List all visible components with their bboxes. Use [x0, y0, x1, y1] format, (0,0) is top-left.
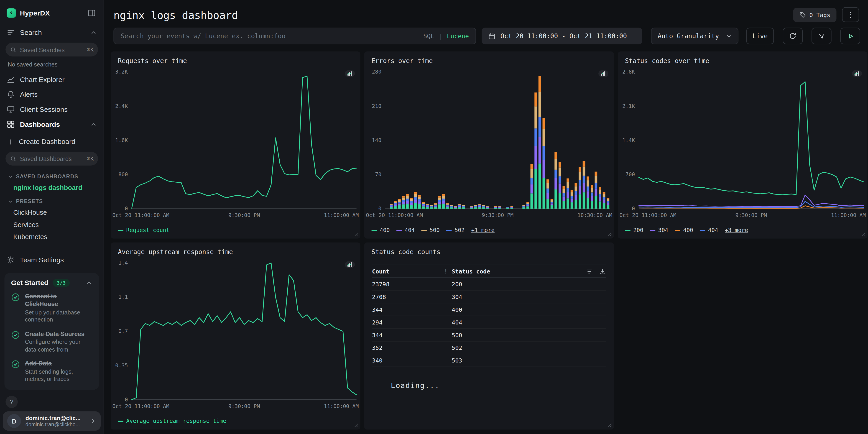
legend-more-link[interactable]: +3 more [725, 227, 748, 233]
kebab-menu-icon: ⋮ [847, 10, 854, 19]
get-started-step-sources[interactable]: Create Data Sources Configure where your… [11, 330, 92, 353]
chart-type-toggle[interactable] [345, 70, 355, 77]
hyperdx-logo[interactable]: HyperDX [7, 8, 50, 18]
chart-type-toggle[interactable] [598, 70, 609, 77]
check-circle-icon [11, 360, 20, 383]
sidebar-item-kubernetes[interactable]: Kubernetes [0, 231, 103, 243]
cell-count: 340 [372, 357, 452, 364]
sidebar-item-label: Dashboards [20, 120, 60, 128]
svg-text:10:30:00 AM: 10:30:00 AM [578, 212, 612, 218]
chart-type-toggle[interactable] [345, 261, 355, 268]
help-button[interactable]: ? [5, 396, 18, 408]
get-started-header[interactable]: Get Started 3/3 [11, 279, 92, 287]
svg-text:Oct 20 11:00:00 AM: Oct 20 11:00:00 AM [619, 212, 676, 218]
legend-more-link[interactable]: +1 more [471, 227, 494, 233]
resize-handle-icon[interactable] [353, 232, 359, 237]
table-row[interactable]: 340503 [372, 354, 606, 367]
sidebar-item-team-settings[interactable]: Team Settings [0, 252, 103, 268]
sidebar-item-client-sessions[interactable]: Client Sessions [0, 102, 103, 117]
resize-handle-icon[interactable] [353, 423, 359, 428]
chevron-up-icon[interactable] [90, 121, 97, 127]
resize-handle-icon[interactable] [861, 232, 866, 237]
more-menu-button[interactable]: ⋮ [842, 7, 859, 22]
resize-handle-icon[interactable] [607, 423, 612, 428]
step-desc: Configure where your data comes from [25, 338, 91, 353]
refresh-button[interactable] [783, 28, 803, 44]
user-menu[interactable]: D dominic.tran@clic... dominic.tran@clic… [3, 411, 101, 431]
table-row[interactable]: 344500 [372, 329, 606, 342]
date-range-input[interactable]: Oct 20 11:00:00 - Oct 21 11:00:00 [482, 28, 642, 44]
download-icon[interactable] [599, 268, 606, 275]
column-header-count[interactable]: Count [372, 268, 444, 275]
table-row[interactable]: 23798200 [372, 278, 606, 290]
saved-dashboards-section-toggle[interactable]: SAVED DASHBOARDS [0, 169, 103, 182]
bar-chart-icon[interactable] [852, 70, 862, 77]
create-dashboard-button[interactable]: Create Dashboard [0, 134, 103, 149]
table-body: 2379820027083043444002944043445003525023… [372, 278, 606, 367]
sidebar-item-nginx-logs-dashboard[interactable]: nginx logs dashboard [0, 182, 103, 193]
cell-status-code: 200 [452, 281, 462, 287]
resize-handle-icon[interactable] [607, 232, 612, 237]
bar-chart-icon[interactable] [598, 70, 609, 77]
chevron-up-icon[interactable] [90, 29, 97, 36]
chevron-up-icon[interactable] [86, 280, 92, 286]
sidebar-item-services[interactable]: Services [0, 219, 103, 231]
legend-swatch [118, 420, 123, 422]
legend-item: 404 [396, 227, 415, 233]
svg-text:0.35: 0.35 [115, 363, 128, 368]
sidebar-item-clickhouse[interactable]: ClickHouse [0, 207, 103, 219]
cell-count: 2708 [372, 293, 452, 300]
get-started-step-add-data[interactable]: Add Data Start sending logs, metrics, or… [11, 360, 92, 383]
presets-section-toggle[interactable]: PRESETS [0, 194, 103, 207]
svg-text:11:00:00 AM: 11:00:00 AM [324, 403, 359, 409]
svg-text:70: 70 [375, 172, 381, 177]
sidebar-item-chart-explorer[interactable]: Chart Explorer [0, 72, 103, 87]
hyperdx-app: HyperDX Search Saved Searches ⌘K No save… [0, 0, 868, 434]
table-row[interactable]: 2708304 [372, 290, 606, 303]
table-row[interactable]: 344400 [372, 303, 606, 316]
legend-swatch [118, 229, 123, 231]
bar-chart-icon[interactable] [345, 261, 355, 268]
bar-chart-icon[interactable] [345, 70, 355, 77]
sql-mode-button[interactable]: SQL [423, 32, 434, 40]
svg-text:0.7: 0.7 [118, 328, 128, 334]
get-started-step-connect[interactable]: Connect to ClickHouse Set up your databa… [11, 292, 92, 324]
legend-item: 502 [446, 227, 465, 233]
lucene-mode-button[interactable]: Lucene [447, 32, 469, 40]
cell-count: 294 [372, 319, 452, 326]
saved-searches-input[interactable]: Saved Searches ⌘K [5, 42, 98, 57]
column-header-status-code[interactable]: Status code [452, 268, 586, 275]
panel-avg-upstream-response-time: Average upstream response time 00.350.71… [111, 243, 360, 430]
panel-status-code-counts: Status code counts Count ⁞ Status code 2… [364, 243, 614, 430]
table-row[interactable]: 294404 [372, 316, 606, 329]
svg-text:800: 800 [118, 172, 128, 177]
user-email: dominic.tran@clickho... [26, 421, 86, 427]
table-row[interactable]: 352502 [372, 342, 606, 354]
collapse-sidebar-button[interactable] [86, 8, 97, 18]
run-query-button[interactable] [840, 28, 860, 44]
sidebar-section-search[interactable]: Search [0, 25, 103, 40]
get-started-card: Get Started 3/3 Connect to ClickHouse Se… [4, 273, 99, 390]
sidebar-item-alerts[interactable]: Alerts [0, 87, 103, 102]
panel-title: Status codes over time [618, 52, 867, 67]
event-search-input[interactable]: Search your events w/ Lucene ex. column:… [114, 28, 476, 44]
svg-text:1.4K: 1.4K [622, 137, 635, 143]
filter-rows-icon[interactable] [586, 268, 593, 275]
column-resize-handle[interactable]: ⁞ [444, 268, 452, 275]
live-button[interactable]: Live [746, 28, 774, 44]
filter-button[interactable] [811, 28, 832, 44]
chart-type-toggle[interactable] [852, 70, 862, 77]
chart-legend: 400404500502+1 more [364, 225, 614, 239]
saved-dashboards-input[interactable]: Saved Dashboards ⌘K [5, 152, 98, 165]
legend-swatch [625, 229, 630, 231]
tags-button[interactable]: 0 Tags [793, 7, 836, 22]
granularity-select[interactable]: Auto Granularity [651, 28, 738, 44]
cell-status-code: 502 [452, 344, 462, 351]
sidebar-item-dashboards[interactable]: Dashboards [0, 117, 103, 132]
legend-item: Average upstream response time [118, 418, 226, 424]
play-icon [846, 32, 854, 40]
sidebar-header: HyperDX [0, 0, 103, 25]
legend-item: 404 [700, 227, 718, 233]
gear-icon [7, 256, 15, 264]
chevron-right-icon [90, 418, 96, 424]
